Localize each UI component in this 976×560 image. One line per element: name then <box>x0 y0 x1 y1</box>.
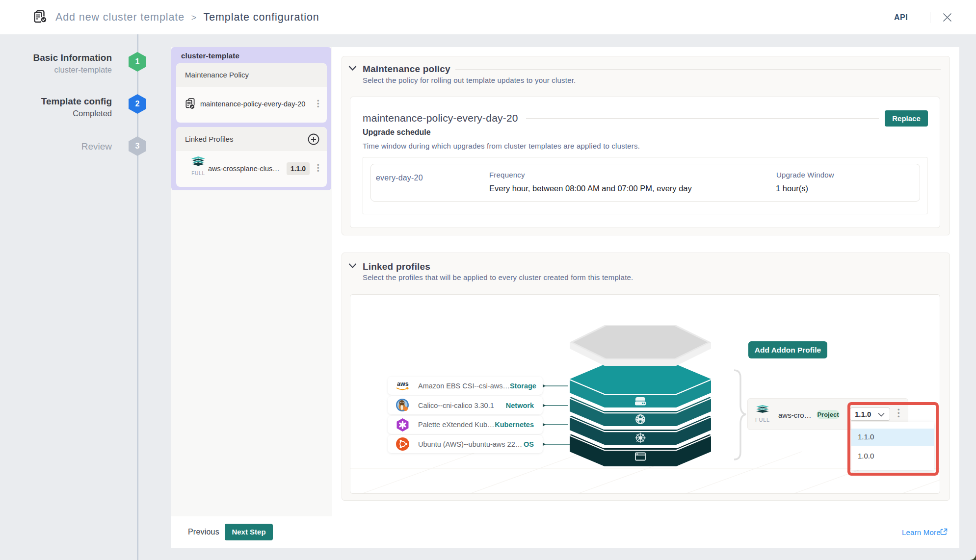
svg-text:aws: aws <box>397 381 409 387</box>
